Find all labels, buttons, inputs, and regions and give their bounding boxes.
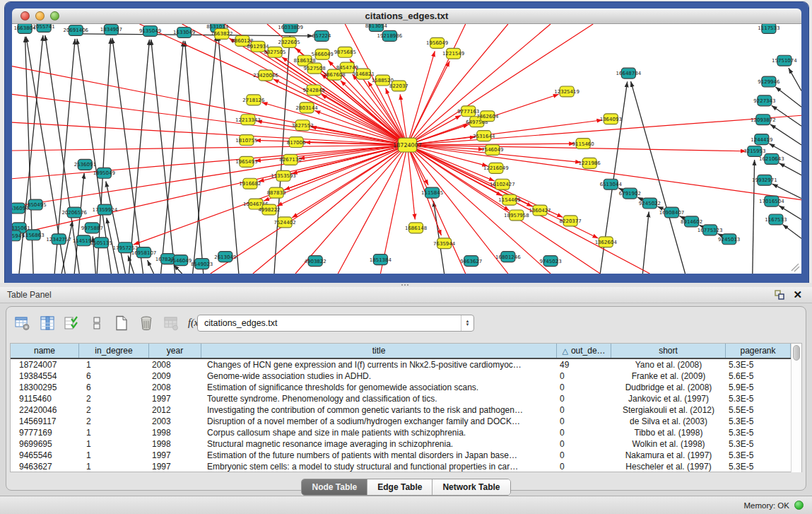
table-cell: 5.3E-5 [726,416,791,427]
table-settings-button[interactable] [13,314,32,332]
graph-node-label: 23420046 [253,73,278,78]
graph-node-label: 8267130 [279,157,301,163]
import-table-button[interactable] [162,314,180,332]
graph-node-label: 3427552 [292,123,314,129]
graph-edge [753,160,755,274]
column-header-pagerank[interactable]: pagerank [726,344,791,358]
merge-rows-button[interactable] [88,314,106,332]
merge-rows-icon [89,315,105,331]
graph-node-label: 887833 [267,190,286,196]
zoom-window-button[interactable] [50,11,59,21]
minimize-window-button[interactable] [35,11,45,21]
graph-edge [185,41,204,274]
graph-node-label: 16102427 [490,182,515,187]
graph-node-label: 1244419 [751,137,772,143]
graph-node-label: 8549023 [191,262,213,267]
column-header-year[interactable]: year [149,344,201,358]
table-cell: 5.3E-5 [726,450,791,461]
memory-status-label: Memory: OK [743,501,789,510]
table-settings-icon [15,315,30,331]
table-cell: Changes of HCN gene expression and I(f) … [201,359,557,370]
table-cell: 2008 [149,382,201,393]
column-header-out_de[interactable]: △out_de… [557,344,611,358]
column-header-short[interactable]: short [611,344,726,358]
table-cell: 18724007 [11,359,79,370]
tab-network-table[interactable]: Network Table [432,479,510,495]
table-row[interactable]: 1830029562008Estimation of significance … [11,382,791,393]
table-tabs: Node TableEdge TableNetwork Table [301,479,510,496]
table-row[interactable]: 1456911722003Disruption of a novel membe… [11,416,791,427]
table-cell: Nakamura et al. (1997) [611,450,726,461]
tab-node-table[interactable]: Node Table [302,479,367,495]
graph-node-label: 2718126 [242,98,264,103]
close-panel-icon[interactable]: ✕ [793,290,802,300]
table-header-row: namein_degreeyeartitle△out_de…shortpager… [11,344,791,359]
graph-node-label: 16210643 [759,156,784,162]
graph-node-label: 1956049 [426,40,448,46]
new-table-button[interactable] [112,314,131,332]
table-cell: 0 [557,427,611,438]
table-cell: 6 [79,370,149,382]
table-cell: 9463627 [11,461,79,472]
column-header-label: short [659,346,678,356]
table-row[interactable]: 2242004622012Investigating the contribut… [11,404,791,416]
graph-node-label: 5466049 [312,52,334,57]
column-header-in_degree[interactable]: in_degree [79,344,149,358]
window-titlebar[interactable]: citations_edges.txt [12,8,801,24]
table-row[interactable]: 977716911998Corpus callosum shape and si… [11,427,791,438]
scrollbar-thumb[interactable] [793,345,800,361]
table-vertical-scrollbar[interactable] [791,344,801,472]
table-cell: Corpus callosum shape and size in male p… [201,427,557,438]
table-row[interactable]: 969969511998Structural magnetic resonanc… [11,438,791,450]
close-window-button[interactable] [20,11,30,21]
table-cell: 18300295 [11,382,79,393]
graph-edge [433,201,444,274]
network-canvas[interactable]: 1872400716638042055741206914061834907913… [12,24,801,274]
table-cell: 9699695 [11,438,79,450]
graph-node-label: 9146821 [353,71,375,77]
table-tabs-row: Node TableEdge TableNetwork Table [6,479,806,496]
column-header-label: name [34,346,55,356]
graph-node-label: 9875685 [334,49,356,55]
table-cell: 9465546 [11,450,79,461]
table-row[interactable]: 1872400712008Changes of HCN gene express… [11,359,791,370]
graph-node-label: 8327505 [264,49,286,55]
tab-edge-table[interactable]: Edge Table [367,479,432,495]
table-cell: 9115460 [11,393,79,404]
table-toolbar: f(x) [13,313,203,334]
table-cell: 5.3E-5 [726,438,791,450]
table-body: 1872400712008Changes of HCN gene express… [11,359,791,472]
table-cell: Embryonic stem cells: a model to study s… [201,461,557,472]
table-cell: 0 [557,438,611,450]
graph-node-label: 1850495 [25,202,47,208]
graph-node-label: 1156863 [22,233,44,238]
table-row[interactable]: 1938455462009Genome-wide association stu… [11,370,791,382]
table-cell: 1 [79,359,149,370]
delete-table-button[interactable] [137,314,155,332]
column-header-name[interactable]: name [11,344,79,358]
column-select-button[interactable] [38,314,57,332]
splitter-handle[interactable] [401,284,409,286]
graph-node-label: 1810755 [235,138,257,144]
select-rows-button[interactable] [63,314,81,332]
table-cell: Hescheler et al. (1997) [611,461,726,472]
column-header-title[interactable]: title [201,344,557,358]
resize-grip-icon[interactable] [792,264,799,271]
table-cell: 0 [557,393,611,404]
graph-edge [193,35,217,274]
graph-node-label: 1965493 [235,159,257,165]
graph-node-label: 1167533 [765,217,787,223]
table-cell: Tibbo et al. (1998) [611,427,726,438]
graph-node-label: 8220377 [560,218,582,224]
table-row[interactable]: 911546021997Tourette syndrome. Phenomeno… [11,393,791,404]
table-selector-dropdown[interactable]: citations_edges.txt ▲▼ [197,315,474,332]
app-root: { "window": { "title": "citations_edges.… [0,0,812,514]
graph-node-label: 18957958 [504,213,529,218]
graph-node-label: 8914602 [681,219,702,225]
memory-ok-indicator [794,501,804,510]
column-header-label: pagerank [740,346,775,356]
table-row[interactable]: 946362711997Embryonic stem cells: a mode… [11,461,791,472]
table-row[interactable]: 946554611997Estimation of the future num… [11,450,791,461]
table-panel-title: Table Panel [0,290,775,300]
float-panel-icon[interactable] [775,290,784,300]
